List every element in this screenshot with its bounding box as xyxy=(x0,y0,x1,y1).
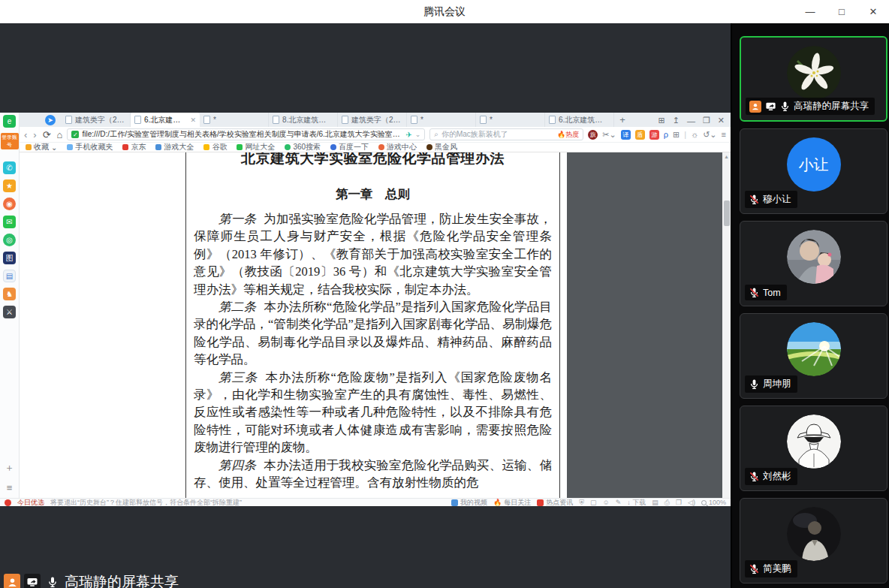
sidebar-mail-icon[interactable]: ✉ xyxy=(3,216,16,228)
participant-tile[interactable]: 简美鹏 xyxy=(740,498,887,583)
browser-tab[interactable]: 6.北京建筑大学实验室危 xyxy=(545,113,614,127)
address-bar[interactable]: ✓ file:///D:/工作/实验室管理制度与相关表格/学校实验室相关制度与申… xyxy=(67,128,425,140)
ext-redcircle-icon[interactable]: 旗 xyxy=(588,130,598,140)
my-video-button[interactable]: 我的视频 xyxy=(451,498,487,506)
bookmark-item[interactable]: 黑金风 xyxy=(426,143,457,152)
forward-icon[interactable]: › xyxy=(33,129,36,140)
bookmark-item[interactable]: 谷歌 xyxy=(203,143,227,152)
page-icon xyxy=(134,116,141,124)
minimize-button[interactable]: — xyxy=(794,0,826,23)
folder-icon xyxy=(67,144,73,150)
back-icon[interactable]: ‹ xyxy=(24,129,27,140)
search-placeholder[interactable]: 你的Mac族新装机了 xyxy=(441,129,508,140)
mailbox-icon[interactable]: ▤ xyxy=(652,499,658,506)
tab-close-icon[interactable]: ✕ xyxy=(190,116,196,124)
news-icon xyxy=(537,499,544,506)
browser-tab[interactable]: * xyxy=(476,113,545,127)
zoom-control[interactable]: 100% xyxy=(701,499,726,506)
scrollbar-thumb[interactable] xyxy=(724,201,730,226)
participant-tile[interactable]: 高瑞静的屏幕共享 xyxy=(740,36,887,122)
login-badge[interactable]: 登录账号 xyxy=(1,133,19,149)
sidebar-phone-icon[interactable]: ✆ xyxy=(3,161,16,174)
sidebar-weibo-icon[interactable]: ◉ xyxy=(3,198,16,210)
page-icon xyxy=(342,116,348,124)
hot-tag[interactable]: 🔥热度 xyxy=(557,130,579,140)
history-icon[interactable]: ↺⌄ xyxy=(703,130,716,140)
pdf-scrollbar[interactable]: ▲ xyxy=(722,152,731,498)
refresh-icon[interactable]: ⟳ xyxy=(43,129,51,140)
bookmark-item[interactable]: 网址大全 xyxy=(237,143,275,152)
today-pick-label[interactable]: 今日优选 xyxy=(17,498,44,506)
tab-layout-icon[interactable]: ⊞ xyxy=(658,116,664,125)
participant-label: 穆小让 xyxy=(745,191,797,208)
sidebar-game2-icon[interactable]: ⚔ xyxy=(3,306,16,318)
participant-tile[interactable]: Tom xyxy=(740,221,887,306)
sidebar-app-icon[interactable]: 图 xyxy=(3,252,16,264)
browser-minimize-icon[interactable]: — xyxy=(687,116,695,125)
browser-assistant-icon[interactable]: ➤ xyxy=(45,115,56,125)
daynight-icon[interactable]: ☼ xyxy=(691,130,698,139)
menu-icon[interactable]: ≡ xyxy=(722,130,726,139)
participant-name: Tom xyxy=(763,288,781,298)
ext-shield-icon[interactable]: 盾 xyxy=(635,130,645,140)
bookmark-item[interactable]: 百度一下 xyxy=(330,143,369,152)
shield-icon[interactable]: ⛨ xyxy=(579,499,584,507)
participant-tile[interactable]: 刘然彬 xyxy=(740,406,887,491)
url-text[interactable]: file:///D:/工作/实验室管理制度与相关表格/学校实验室相关制度与申请表… xyxy=(82,129,402,140)
search-box[interactable]: ⌕ 你的Mac族新装机了 🔥热度 xyxy=(429,128,583,140)
search-icon: ⌕ xyxy=(434,130,438,139)
ext-translate-icon[interactable]: 译 xyxy=(621,130,631,140)
sidebar-notes-icon[interactable]: ▤ xyxy=(3,270,16,282)
screenshot-icon[interactable]: ▢ xyxy=(590,499,597,506)
close-button[interactable]: ✕ xyxy=(857,0,889,23)
ext-game-icon[interactable]: 游 xyxy=(649,130,659,140)
window-icon[interactable]: ❐ xyxy=(676,499,682,506)
browser-tab[interactable]: * xyxy=(407,113,476,127)
screenshot-scissors-icon[interactable]: ✂⌄ xyxy=(602,130,616,140)
feedback-icon[interactable]: ☺ xyxy=(602,499,609,506)
edit-icon[interactable]: ✎ xyxy=(616,499,622,506)
bookmark-item[interactable]: 游戏中心 xyxy=(378,143,417,152)
browser-tab[interactable]: 8.北京建筑大学实验室危 xyxy=(269,113,338,127)
host-icon xyxy=(749,101,761,113)
sidebar-game-icon[interactable]: ♞ xyxy=(3,288,16,300)
browser-tab[interactable]: 建筑类字（2009）号 xyxy=(62,113,131,127)
browser-360-logo[interactable]: e xyxy=(3,115,16,128)
bookmark-item[interactable]: 收藏 ⌄ xyxy=(26,143,57,152)
home-icon[interactable]: ⌂ xyxy=(57,129,63,140)
sidebar-favorites-icon[interactable]: ★ xyxy=(3,179,16,192)
participant-tile[interactable]: 小让 穆小让 xyxy=(740,128,887,214)
participants-panel: 高瑞静的屏幕共享 小让 穆小让 Tom xyxy=(732,23,889,588)
maximize-button[interactable]: □ xyxy=(826,0,857,23)
star-icon xyxy=(26,144,32,150)
ext-magnet-icon[interactable]: ρ xyxy=(664,130,668,139)
printer-icon[interactable]: ⎙ xyxy=(664,499,670,507)
page-icon xyxy=(273,116,279,124)
addr-dropdown-icon[interactable]: ⌄ xyxy=(415,131,421,138)
bookmark-star-icon[interactable]: ✈ xyxy=(405,131,411,139)
today-pick-icon[interactable] xyxy=(5,499,11,506)
browser-restore-icon[interactable]: ❐ xyxy=(703,116,710,125)
boss-key-icon[interactable]: ↥ xyxy=(673,116,680,125)
document-body: 北京建筑大学实验室危险化学品管理办法 第一章 总则 第一条为加强实验室危险化学品… xyxy=(185,152,560,498)
news-ticker[interactable]: 将要退出“历史舞台”？住建部释放信号，符合条件全部“拆除重建” xyxy=(50,498,445,506)
download-button[interactable]: ↓ 下载 xyxy=(627,498,646,506)
news-button[interactable]: 热点资讯 xyxy=(537,498,573,506)
participant-tile[interactable]: 周坤朋 xyxy=(740,313,887,399)
browser-tab[interactable]: * xyxy=(200,113,269,127)
sidebar-circle-icon[interactable]: ◎ xyxy=(3,234,16,246)
new-tab-button[interactable]: + xyxy=(614,114,631,127)
speaker-icon[interactable]: ◁) xyxy=(688,499,695,506)
browser-close-icon[interactable]: ✕ xyxy=(718,116,725,125)
sidebar-list-icon[interactable]: ≡ xyxy=(7,482,13,493)
bookmark-item[interactable]: 360搜索 xyxy=(285,143,321,152)
browser-tab[interactable]: 建筑类字（2009）号 xyxy=(338,113,407,127)
browser-tab-active[interactable]: 6.北京建筑大学实验室危…✕ xyxy=(131,113,200,127)
scroll-up-icon[interactable]: ▲ xyxy=(724,154,729,159)
bookmark-item[interactable]: 京东 xyxy=(122,143,146,152)
bookmark-item[interactable]: 游戏大全 xyxy=(155,143,194,152)
sidebar-add-icon[interactable]: ＋ xyxy=(5,461,14,475)
bookmark-item[interactable]: 手机收藏夹 xyxy=(67,143,113,152)
daily-follow-button[interactable]: 🔥每日关注 xyxy=(493,498,531,506)
apps-grid-icon[interactable]: ⊞ xyxy=(673,130,680,140)
